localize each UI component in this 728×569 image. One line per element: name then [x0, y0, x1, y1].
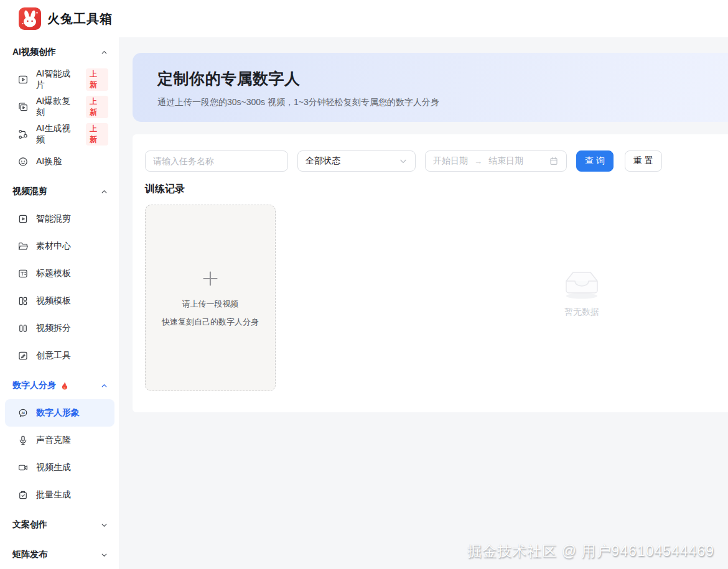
upload-hint-line2: 快速复刻自己的数字人分身 [162, 317, 259, 328]
sidebar-menu: AI视频创作 AI智能成片 上新 AI爆款复刻 上新 [0, 37, 119, 568]
chevron-up-icon [100, 382, 108, 390]
end-date-placeholder: 结束日期 [488, 155, 523, 167]
status-select-value: 全部状态 [306, 155, 340, 167]
main-content: 定制你的专属数字人 通过上传一段您的30s~300s 视频，1~3分钟轻松复刻专… [120, 37, 728, 569]
sidebar-item-batch-generate[interactable]: 批量生成 [5, 481, 114, 509]
svg-text:AI: AI [21, 411, 25, 415]
sidebar-item-label: 创意工具 [36, 350, 71, 361]
app-window: 火兔工具箱 AI视频创作 AI智能成片 上新 [0, 0, 728, 569]
new-badge: 上新 [86, 96, 108, 118]
sidebar-item-ai-smart-film[interactable]: AI智能成片 上新 [5, 66, 114, 93]
chevron-down-icon [100, 551, 108, 559]
sidebar-section-matrix-publish[interactable]: 矩阵发布 [5, 541, 114, 568]
sidebar-section-ai-video-create[interactable]: AI视频创作 [5, 39, 114, 66]
sidebar-section-digital-human[interactable]: 数字人分身 [5, 372, 114, 399]
sidebar-item-video-split[interactable]: 视频拆分 [5, 315, 114, 342]
app-title: 火兔工具箱 [47, 11, 113, 27]
chevron-down-icon [399, 157, 408, 165]
calendar-icon [549, 156, 559, 166]
empty-state-text: 暂无数据 [559, 307, 605, 318]
training-records-area: 请上传一段视频 快速复刻自己的数字人分身 暂无数据 [145, 205, 724, 391]
chevron-down-icon [100, 521, 108, 529]
sidebar-item-ai-generate-video[interactable]: AI生成视频 上新 [5, 121, 114, 148]
new-badge: 上新 [86, 123, 108, 146]
sidebar-item-ai-face-swap[interactable]: AI换脸 [5, 148, 114, 175]
video-template-icon [17, 295, 29, 307]
video-split-icon [17, 323, 29, 334]
sidebar: AI视频创作 AI智能成片 上新 AI爆款复刻 上新 [0, 37, 120, 569]
ai-replicate-icon [17, 101, 29, 113]
batch-generate-icon [17, 489, 29, 501]
sidebar-item-ai-hot-replicate[interactable]: AI爆款复刻 上新 [5, 93, 114, 121]
banner-title: 定制你的专属数字人 [157, 68, 712, 89]
section-label: 文案创作 [12, 519, 47, 530]
watermark-text: 掘金技术社区 @ 用户946104544469 [467, 542, 714, 561]
task-name-input[interactable] [145, 150, 288, 172]
sidebar-item-smart-mix[interactable]: 智能混剪 [5, 205, 114, 233]
microphone-icon [17, 435, 29, 446]
video-camera-icon [17, 462, 29, 473]
section-label: 数字人分身 [12, 380, 56, 391]
new-badge: 上新 [86, 68, 108, 91]
search-button[interactable]: 查 询 [576, 150, 614, 172]
date-range-arrow: → [474, 157, 482, 166]
section-label: 视频混剪 [12, 186, 47, 197]
chevron-up-icon [100, 49, 108, 57]
digital-avatar-icon: AI [17, 407, 29, 419]
filter-bar: 全部状态 开始日期 → 结束日期 查 询 重 置 [145, 150, 724, 172]
top-header: 火兔工具箱 [0, 0, 728, 37]
sidebar-item-label: 标题模板 [36, 268, 71, 279]
date-range-picker[interactable]: 开始日期 → 结束日期 [425, 150, 567, 172]
sidebar-section-video-mix[interactable]: 视频混剪 [5, 178, 114, 205]
face-swap-icon [17, 156, 29, 167]
training-panel: 全部状态 开始日期 → 结束日期 查 询 重 置 训练记录 [133, 134, 728, 412]
sidebar-item-label: 批量生成 [36, 489, 71, 501]
sidebar-item-label: 视频模板 [36, 295, 71, 307]
sidebar-item-digital-avatar[interactable]: AI 数字人形象 [5, 399, 114, 427]
sidebar-item-label: 智能混剪 [36, 213, 71, 224]
sidebar-item-label: 视频拆分 [36, 323, 71, 334]
empty-inbox-icon [559, 264, 605, 300]
status-select[interactable]: 全部状态 [297, 150, 416, 172]
banner-subtitle: 通过上传一段您的30s~300s 视频，1~3分钟轻松复刻专属您的数字人分身 [157, 97, 712, 108]
app-logo-rabbit-icon[interactable] [19, 7, 41, 30]
upload-hint-line1: 请上传一段视频 [182, 298, 239, 310]
empty-state: 暂无数据 [559, 264, 605, 318]
sidebar-item-voice-clone[interactable]: 声音克隆 [5, 427, 114, 454]
digital-human-banner: 定制你的专属数字人 通过上传一段您的30s~300s 视频，1~3分钟轻松复刻专… [133, 53, 728, 122]
sidebar-item-title-template[interactable]: 标题模板 [5, 260, 114, 287]
sidebar-item-label: 素材中心 [36, 241, 71, 252]
section-label: AI视频创作 [12, 47, 56, 58]
sidebar-item-label: 数字人形象 [36, 407, 80, 419]
ai-generate-video-icon [17, 129, 29, 140]
sidebar-item-label: 声音克隆 [36, 435, 71, 446]
upload-video-card[interactable]: 请上传一段视频 快速复刻自己的数字人分身 [145, 205, 276, 391]
sidebar-item-creative-tools[interactable]: 创意工具 [5, 342, 114, 369]
sidebar-item-video-template[interactable]: 视频模板 [5, 287, 114, 315]
fire-icon [60, 381, 69, 391]
sidebar-item-video-generate[interactable]: 视频生成 [5, 454, 114, 481]
folder-icon [17, 241, 29, 252]
plus-icon [200, 269, 220, 289]
sidebar-item-label: AI爆款复刻 [36, 96, 78, 118]
smart-mix-icon [17, 213, 29, 224]
section-label: 矩阵发布 [12, 549, 47, 560]
sidebar-item-label: AI智能成片 [36, 68, 78, 91]
training-records-title: 训练记录 [145, 183, 724, 196]
reset-button[interactable]: 重 置 [625, 150, 662, 172]
sidebar-item-label: AI换脸 [36, 156, 62, 167]
creative-tools-icon [17, 350, 29, 361]
start-date-placeholder: 开始日期 [433, 155, 468, 167]
ai-film-icon [17, 74, 29, 85]
title-template-icon [17, 268, 29, 279]
chevron-up-icon [100, 188, 108, 196]
sidebar-section-copywriting[interactable]: 文案创作 [5, 511, 114, 539]
sidebar-item-label: 视频生成 [36, 462, 71, 473]
sidebar-item-label: AI生成视频 [36, 123, 78, 146]
sidebar-item-material-center[interactable]: 素材中心 [5, 233, 114, 260]
